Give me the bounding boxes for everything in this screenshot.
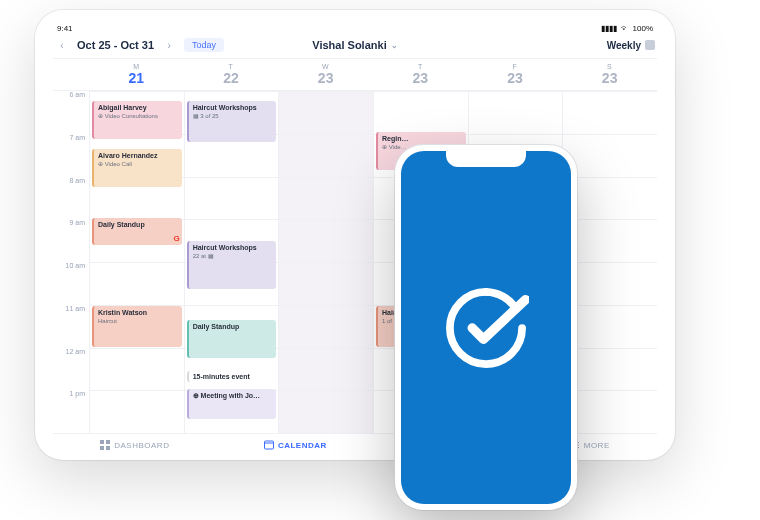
calendar-event[interactable]: Haircut Workshops▦ 3 of 25 — [187, 101, 277, 142]
weekday-header: M 21 T 22 W 23 T 23 F 23 S 23 — [53, 58, 657, 91]
hour-label: 9 am — [53, 219, 89, 262]
hour-label: 6 am — [53, 91, 89, 134]
weekday-dow: S — [562, 63, 657, 70]
svg-rect-2 — [100, 446, 104, 450]
phone-frame — [395, 145, 577, 510]
calendar-event[interactable]: 15-minutes event — [187, 371, 277, 381]
calendar-icon — [264, 440, 274, 450]
event-title: ⊕ Meeting with Jo… — [193, 392, 273, 400]
hour-label: 8 am — [53, 177, 89, 220]
grid-icon — [645, 40, 655, 50]
event-title: Kristin Watson — [98, 309, 178, 317]
today-button[interactable]: Today — [184, 38, 224, 52]
svg-rect-1 — [106, 440, 110, 444]
profile-name-label: Vishal Solanki — [312, 39, 386, 51]
weekday-col[interactable]: S 23 — [562, 63, 657, 86]
svg-rect-0 — [100, 440, 104, 444]
hour-label: 12 am — [53, 348, 89, 391]
phone-screen — [401, 151, 571, 504]
tab-label: CALENDAR — [278, 441, 327, 450]
weekday-col[interactable]: W 23 — [278, 63, 373, 86]
calendar-event[interactable]: Alvaro Hernandez⊕ Video Call — [92, 149, 182, 187]
battery-text: 100% — [633, 24, 653, 33]
svg-rect-4 — [264, 441, 273, 449]
event-title: Haircut Workshops — [193, 104, 273, 112]
weekday-dow: F — [468, 63, 563, 70]
date-range-label[interactable]: Oct 25 - Oct 31 — [77, 39, 154, 51]
next-week-button[interactable]: › — [162, 38, 176, 52]
svg-rect-3 — [106, 446, 110, 450]
calendar-topbar: ‹ Oct 25 - Oct 31 › Today Vishal Solanki… — [53, 34, 657, 58]
weekday-col[interactable]: T 23 — [373, 63, 468, 86]
event-subtitle: ▦ 3 of 25 — [193, 113, 273, 120]
weekday-num: 23 — [373, 70, 468, 86]
event-title: Daily Standup — [98, 221, 178, 229]
signal-icon: ▮▮▮▮ — [601, 24, 617, 33]
weekday-num: 21 — [89, 70, 184, 86]
event-title: Haircut Workshops — [193, 244, 273, 252]
profile-selector[interactable]: Vishal Solanki ⌄ — [312, 39, 397, 51]
event-title: Daily Standup — [193, 323, 273, 331]
weekday-num: 23 — [562, 70, 657, 86]
tab-label: DASHBOARD — [114, 441, 169, 450]
weekday-dow: T — [373, 63, 468, 70]
hour-label: 7 am — [53, 134, 89, 177]
hour-label: 1 pm — [53, 390, 89, 433]
calendar-event[interactable]: ⊕ Meeting with Jo… — [187, 389, 277, 420]
day-column[interactable]: Day off — [278, 91, 373, 433]
calendar-event[interactable]: Kristin WatsonHaircut — [92, 306, 182, 347]
event-subtitle: ⊕ Video Consultations — [98, 113, 178, 120]
dashboard-icon — [100, 440, 110, 450]
weekday-num: 22 — [184, 70, 279, 86]
chevron-down-icon: ⌄ — [391, 41, 398, 50]
calendar-event[interactable]: Daily StandupG — [92, 218, 182, 245]
day-column[interactable]: Abigail Harvey⊕ Video ConsultationsAlvar… — [89, 91, 184, 433]
app-logo-icon — [443, 285, 529, 371]
weekday-col[interactable]: T 22 — [184, 63, 279, 86]
tablet-frame: 9:41 ▮▮▮▮ ᯤ 100% ‹ Oct 25 - Oct 31 › Tod… — [35, 10, 675, 460]
event-title: Abigail Harvey — [98, 104, 178, 112]
calendar-event[interactable]: Daily Standup — [187, 320, 277, 358]
weekday-dow: M — [89, 63, 184, 70]
wifi-icon: ᯤ — [621, 24, 629, 33]
weekday-num: 23 — [468, 70, 563, 86]
hour-label: 10 am — [53, 262, 89, 305]
google-badge-icon: G — [173, 235, 179, 244]
view-mode-label: Weekly — [607, 40, 641, 51]
event-title: 15-minutes event — [193, 373, 250, 381]
phone-notch — [446, 151, 526, 167]
weekday-dow: T — [184, 63, 279, 70]
event-title: Alvaro Hernandez — [98, 152, 178, 160]
event-subtitle: 22 at ▦ — [193, 253, 273, 260]
event-subtitle: ⊕ Video Call — [98, 161, 178, 168]
event-title: Regin… — [382, 135, 462, 143]
prev-week-button[interactable]: ‹ — [55, 38, 69, 52]
calendar-event[interactable]: Haircut Workshops22 at ▦ — [187, 241, 277, 289]
hour-gutter: 6 am 7 am 8 am 9 am 10 am 11 am 12 am 1 … — [53, 91, 89, 433]
tab-calendar[interactable]: CALENDAR — [264, 440, 327, 450]
day-column[interactable]: Haircut Workshops▦ 3 of 25Haircut Worksh… — [184, 91, 279, 433]
tab-dashboard[interactable]: DASHBOARD — [100, 440, 169, 450]
calendar-event[interactable]: Abigail Harvey⊕ Video Consultations — [92, 101, 182, 139]
tab-label: MORE — [584, 441, 610, 450]
weekday-dow: W — [278, 63, 373, 70]
weekday-col[interactable]: M 21 — [89, 63, 184, 86]
weekday-num: 23 — [278, 70, 373, 86]
status-time: 9:41 — [57, 24, 73, 33]
tablet-statusbar: 9:41 ▮▮▮▮ ᯤ 100% — [53, 22, 657, 34]
view-mode-toggle[interactable]: Weekly — [607, 40, 655, 51]
event-subtitle: Haircut — [98, 318, 178, 325]
hour-label: 11 am — [53, 305, 89, 348]
weekday-col[interactable]: F 23 — [468, 63, 563, 86]
